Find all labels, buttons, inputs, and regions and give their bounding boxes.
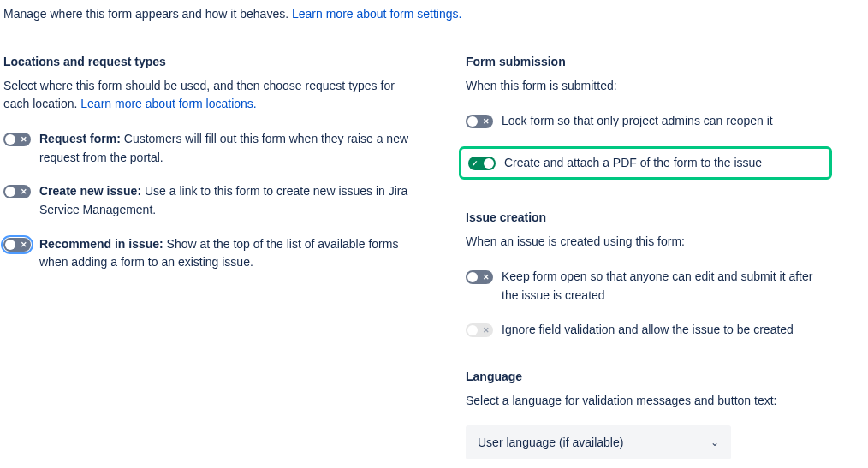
toggle-label: Request form: Customers will fill out th… — [39, 130, 414, 167]
toggle-row-create-issue: ✕ Create new issue: Use a link to this f… — [3, 182, 414, 219]
toggle-label-bold: Recommend in issue: — [39, 237, 163, 251]
locations-title: Locations and request types — [3, 55, 414, 68]
toggle-label: Keep form open so that anyone can edit a… — [502, 268, 825, 305]
toggle-label: Create and attach a PDF of the form to t… — [504, 154, 823, 173]
locations-desc: Select where this form should be used, a… — [3, 77, 414, 113]
toggle-ignore-validation[interactable]: ✕ — [466, 323, 493, 337]
cross-icon: ✕ — [483, 274, 490, 281]
submission-desc: When this form is submitted: — [466, 77, 825, 95]
toggle-label-bold: Request form: — [39, 132, 121, 145]
cross-icon: ✕ — [21, 188, 27, 196]
highlight-box-attach-pdf: ✓ Create and attach a PDF of the form to… — [459, 146, 832, 181]
form-settings-link[interactable]: Learn more about form settings. — [292, 7, 461, 21]
language-select[interactable]: User language (if available) ⌄ — [466, 425, 731, 459]
form-locations-link[interactable]: Learn more about form locations. — [80, 97, 256, 110]
cross-icon: ✕ — [21, 240, 27, 248]
toggle-row-recommend-issue: ✕ Recommend in issue: Show at the top of… — [3, 235, 414, 272]
toggle-lock-form[interactable]: ✕ — [466, 115, 493, 128]
toggle-label-bold: Create new issue: — [39, 184, 141, 198]
cross-icon: ✕ — [483, 326, 490, 334]
toggle-request-form[interactable]: ✕ — [3, 133, 31, 146]
creation-title: Issue creation — [466, 210, 825, 224]
toggle-row-request-form: ✕ Request form: Customers will fill out … — [3, 130, 414, 167]
toggle-recommend-issue[interactable]: ✕ — [3, 238, 31, 252]
creation-desc: When an issue is created using this form… — [466, 233, 825, 251]
intro-text: Manage where this form appears and how i… — [3, 7, 292, 21]
cross-icon: ✕ — [21, 136, 27, 144]
intro: Manage where this form appears and how i… — [3, 7, 865, 21]
toggle-row-ignore-validation: ✕ Ignore field validation and allow the … — [466, 321, 825, 340]
cross-icon: ✕ — [483, 118, 490, 126]
toggle-row-lock-form: ✕ Lock form so that only project admins … — [466, 112, 825, 131]
chevron-down-icon: ⌄ — [710, 436, 719, 448]
submission-title: Form submission — [466, 55, 825, 68]
toggle-label: Recommend in issue: Show at the top of t… — [39, 235, 414, 272]
toggle-attach-pdf[interactable]: ✓ — [468, 157, 496, 170]
toggle-create-issue[interactable]: ✕ — [3, 185, 31, 198]
toggle-label: Lock form so that only project admins ca… — [502, 112, 825, 131]
language-selected: User language (if available) — [478, 435, 623, 449]
toggle-label: Create new issue: Use a link to this for… — [39, 182, 414, 219]
check-icon: ✓ — [472, 159, 479, 167]
toggle-label: Ignore field validation and allow the is… — [502, 321, 825, 340]
language-title: Language — [466, 370, 825, 383]
toggle-row-keep-open: ✕ Keep form open so that anyone can edit… — [466, 268, 825, 305]
toggle-keep-open[interactable]: ✕ — [466, 270, 493, 284]
language-desc: Select a language for validation message… — [466, 392, 825, 410]
